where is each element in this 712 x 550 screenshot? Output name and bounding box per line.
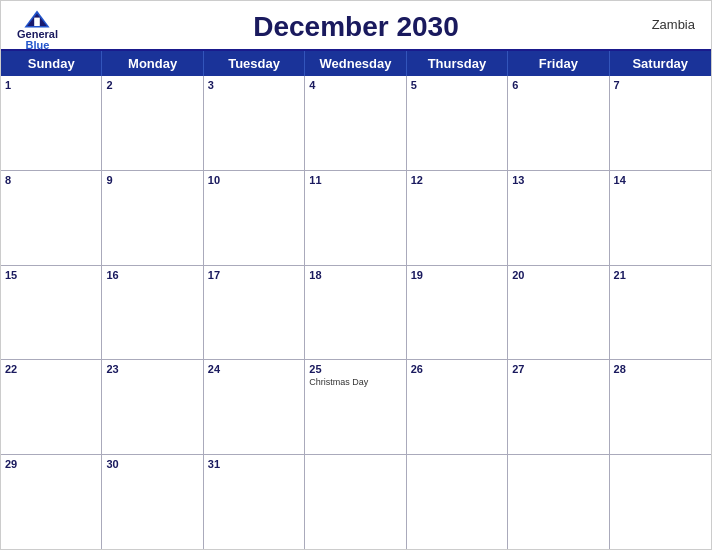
logo-icon <box>23 9 51 29</box>
day-headers: SundayMondayTuesdayWednesdayThursdayFrid… <box>1 51 711 76</box>
day-header-tuesday: Tuesday <box>204 51 305 76</box>
day-number: 6 <box>512 79 604 91</box>
day-number: 7 <box>614 79 707 91</box>
day-cell-8: 8 <box>1 171 102 265</box>
day-cell-6: 6 <box>508 76 609 170</box>
day-cell-16: 16 <box>102 266 203 360</box>
day-cell-11: 11 <box>305 171 406 265</box>
week-row-5: 293031 <box>1 455 711 549</box>
day-number: 5 <box>411 79 503 91</box>
day-number: 26 <box>411 363 503 375</box>
day-number: 15 <box>5 269 97 281</box>
day-number: 12 <box>411 174 503 186</box>
day-number: 3 <box>208 79 300 91</box>
calendar-grid: SundayMondayTuesdayWednesdayThursdayFrid… <box>1 49 711 549</box>
day-cell-2: 2 <box>102 76 203 170</box>
day-number: 21 <box>614 269 707 281</box>
day-cell-7: 7 <box>610 76 711 170</box>
week-row-3: 15161718192021 <box>1 266 711 361</box>
day-number: 23 <box>106 363 198 375</box>
day-cell-15: 15 <box>1 266 102 360</box>
day-cell-29: 29 <box>1 455 102 549</box>
day-cell-12: 12 <box>407 171 508 265</box>
day-cell-5: 5 <box>407 76 508 170</box>
day-number: 19 <box>411 269 503 281</box>
day-cell-empty <box>407 455 508 549</box>
day-number: 13 <box>512 174 604 186</box>
day-number: 29 <box>5 458 97 470</box>
day-number: 11 <box>309 174 401 186</box>
day-cell-13: 13 <box>508 171 609 265</box>
week-row-4: 22232425Christmas Day262728 <box>1 360 711 455</box>
day-header-friday: Friday <box>508 51 609 76</box>
week-row-1: 1234567 <box>1 76 711 171</box>
day-cell-22: 22 <box>1 360 102 454</box>
day-header-wednesday: Wednesday <box>305 51 406 76</box>
day-number: 4 <box>309 79 401 91</box>
calendar-title: December 2030 <box>253 11 458 43</box>
logo-area: General Blue <box>17 9 58 51</box>
day-cell-27: 27 <box>508 360 609 454</box>
day-number: 20 <box>512 269 604 281</box>
day-number: 24 <box>208 363 300 375</box>
day-number: 30 <box>106 458 198 470</box>
calendar-container: General Blue December 2030 Zambia Sunday… <box>0 0 712 550</box>
day-number: 18 <box>309 269 401 281</box>
day-cell-30: 30 <box>102 455 203 549</box>
day-cell-25: 25Christmas Day <box>305 360 406 454</box>
day-cell-empty <box>610 455 711 549</box>
day-number: 25 <box>309 363 401 375</box>
day-cell-4: 4 <box>305 76 406 170</box>
day-number: 10 <box>208 174 300 186</box>
day-cell-14: 14 <box>610 171 711 265</box>
day-number: 22 <box>5 363 97 375</box>
day-header-sunday: Sunday <box>1 51 102 76</box>
day-number: 14 <box>614 174 707 186</box>
calendar-header: General Blue December 2030 Zambia <box>1 1 711 49</box>
day-cell-21: 21 <box>610 266 711 360</box>
day-cell-17: 17 <box>204 266 305 360</box>
day-cell-31: 31 <box>204 455 305 549</box>
day-cell-empty <box>305 455 406 549</box>
day-header-monday: Monday <box>102 51 203 76</box>
day-header-thursday: Thursday <box>407 51 508 76</box>
day-cell-9: 9 <box>102 171 203 265</box>
day-cell-19: 19 <box>407 266 508 360</box>
svg-rect-3 <box>35 18 41 26</box>
day-number: 2 <box>106 79 198 91</box>
day-number: 16 <box>106 269 198 281</box>
day-cell-1: 1 <box>1 76 102 170</box>
day-number: 1 <box>5 79 97 91</box>
day-number: 9 <box>106 174 198 186</box>
day-cell-28: 28 <box>610 360 711 454</box>
day-number: 27 <box>512 363 604 375</box>
day-header-saturday: Saturday <box>610 51 711 76</box>
day-cell-10: 10 <box>204 171 305 265</box>
day-cell-23: 23 <box>102 360 203 454</box>
weeks-container: 1234567891011121314151617181920212223242… <box>1 76 711 549</box>
day-number: 17 <box>208 269 300 281</box>
day-number: 8 <box>5 174 97 186</box>
day-cell-24: 24 <box>204 360 305 454</box>
country-label: Zambia <box>652 17 695 32</box>
week-row-2: 891011121314 <box>1 171 711 266</box>
logo-blue-text: Blue <box>26 40 50 51</box>
day-number: 31 <box>208 458 300 470</box>
day-cell-18: 18 <box>305 266 406 360</box>
event-text: Christmas Day <box>309 377 401 387</box>
day-cell-3: 3 <box>204 76 305 170</box>
day-cell-20: 20 <box>508 266 609 360</box>
day-number: 28 <box>614 363 707 375</box>
day-cell-empty <box>508 455 609 549</box>
day-cell-26: 26 <box>407 360 508 454</box>
